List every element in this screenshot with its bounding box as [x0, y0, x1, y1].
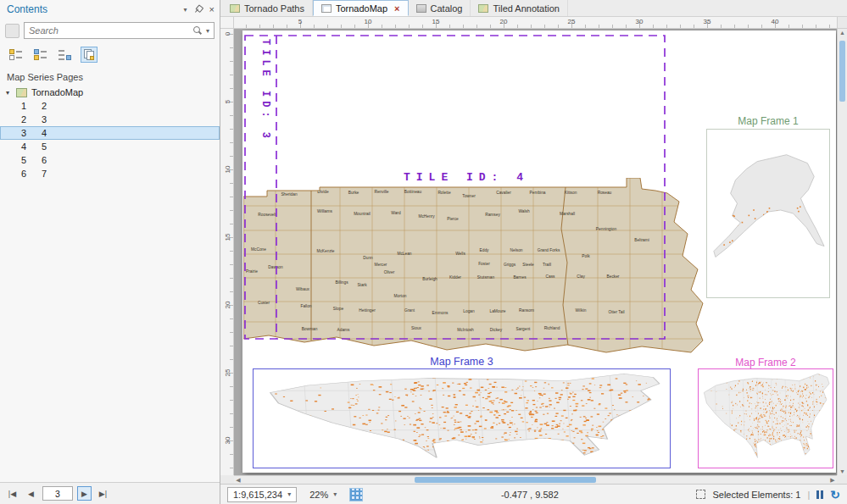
catalog-icon — [416, 4, 426, 13]
county-label: Wilkin — [576, 308, 587, 313]
map-frame-2-label[interactable]: Map Frame 2 — [698, 357, 833, 368]
county-label: Roseau — [598, 191, 612, 195]
map-series-page-row[interactable]: 34 — [0, 126, 220, 140]
county-label: Barnes — [513, 275, 527, 280]
scroll-left-icon[interactable]: ◀ — [234, 476, 242, 484]
panel-filter-icon[interactable] — [5, 24, 20, 38]
county-label: Bowman — [302, 327, 318, 331]
ruler-number: 10 — [365, 18, 372, 25]
county-label: Billings — [335, 280, 348, 285]
map-frame-3-label[interactable]: Map Frame 3 — [253, 356, 671, 368]
search-icon[interactable] — [193, 26, 203, 36]
search-input[interactable] — [29, 25, 190, 36]
county-label: Cavalier — [496, 191, 511, 195]
layout-page[interactable]: DanielsSheridanDivideBurkeRenvilleBottin… — [242, 30, 836, 473]
contents-panel-header: Contents ▾ × — [0, 0, 220, 19]
last-page-button[interactable]: ▶| — [96, 486, 110, 501]
list-by-selection-button[interactable] — [56, 47, 73, 63]
scale-combobox[interactable]: 1:9,615,234 ▾ — [227, 487, 297, 502]
map-series-page-row[interactable]: 45 — [0, 140, 220, 153]
ruler-number: 20 — [222, 298, 232, 312]
ruler-number: 25 — [222, 366, 232, 379]
arcgis-pro-window: Contents ▾ × ▾ — [0, 0, 847, 504]
map-series-page-row[interactable]: 12 — [0, 99, 220, 113]
page-number-input[interactable] — [42, 486, 73, 501]
county-label: Roosevelt — [258, 213, 276, 217]
list-by-source-button[interactable] — [31, 47, 48, 63]
map-series-tree: ▾ TornadoMap 122334455667 — [0, 86, 220, 180]
county-label: Marshall — [560, 212, 575, 216]
map-frame-2[interactable] — [698, 368, 833, 468]
county-label: Otter Tail — [608, 310, 624, 314]
panel-menu-icon[interactable]: ▾ — [184, 6, 187, 14]
row-index: 6 — [21, 169, 30, 179]
list-by-drawing-order-button[interactable] — [7, 47, 24, 63]
layout-canvas[interactable]: DanielsSheridanDivideBurkeRenvilleBottin… — [234, 29, 837, 475]
scroll-down-icon[interactable]: ▼ — [838, 468, 847, 474]
map-series-page-list: 122334455667 — [0, 99, 220, 180]
county-label: McLean — [397, 252, 411, 256]
ruler-number: 30 — [636, 18, 644, 25]
tab-tornado-paths[interactable]: Tornado Paths — [222, 0, 313, 16]
horizontal-scrollbar[interactable]: ◀ ▶ — [234, 475, 837, 484]
tab-tornadomap[interactable]: TornadoMap× — [313, 0, 409, 16]
snap-grid-icon[interactable] — [349, 488, 363, 501]
county-label: Beltrami — [634, 238, 649, 242]
close-panel-icon[interactable]: × — [209, 4, 215, 14]
zoom-combobox[interactable]: 22% ▾ — [304, 487, 343, 502]
horizontal-ruler[interactable]: 51015202530354045 — [234, 17, 837, 29]
county-label: Grand Forks — [538, 248, 560, 252]
map-frame-1-label[interactable]: Map Frame 1 — [706, 115, 830, 127]
map-series-page-row[interactable]: 67 — [0, 167, 220, 180]
first-page-button[interactable]: |◀ — [5, 486, 20, 501]
map-frame-3[interactable] — [253, 368, 671, 468]
county-label: Kittson — [565, 191, 577, 195]
county-label: Sioux — [411, 326, 422, 330]
layout-icon — [321, 4, 332, 13]
county-label: Dawson — [268, 265, 283, 269]
vertical-scrollbar-thumb[interactable] — [839, 41, 845, 102]
scale-chevron-icon[interactable]: ▾ — [287, 490, 291, 498]
county-label: Emmons — [432, 311, 449, 315]
us-polygon — [270, 374, 660, 457]
map-series-page-row[interactable]: 23 — [0, 113, 220, 126]
tile-3-label[interactable]: TILE ID: 3 — [259, 39, 271, 142]
auto-hide-pin-icon[interactable] — [192, 3, 204, 15]
ruler-number: 20 — [500, 18, 508, 25]
map-series-page-row[interactable]: 56 — [0, 153, 220, 167]
pause-drawing-icon[interactable] — [816, 490, 823, 499]
zoom-value: 22% — [309, 490, 328, 500]
tree-root-row[interactable]: ▾ TornadoMap — [0, 86, 220, 99]
county-label: Bottineau — [404, 190, 422, 194]
previous-page-button[interactable]: ◀ — [24, 486, 38, 501]
county-label: McHenry — [418, 214, 435, 219]
scroll-right-icon[interactable]: ▶ — [828, 476, 837, 484]
search-options-chevron-icon[interactable]: ▾ — [206, 27, 209, 35]
county-label: McIntosh — [457, 328, 474, 332]
zoom-chevron-icon[interactable]: ▾ — [333, 490, 337, 498]
selected-elements-count[interactable]: Selected Elements: 1 — [712, 490, 800, 500]
row-page-number: 2 — [42, 101, 47, 111]
county-label: Wibaux — [296, 287, 310, 291]
tile-4-label[interactable]: TILE ID: 4 — [404, 171, 529, 184]
tab-catalog[interactable]: Catalog — [409, 0, 471, 16]
county-label: Logan — [463, 309, 475, 313]
map-frame-1[interactable] — [706, 129, 830, 298]
vertical-ruler[interactable]: 051015202530 — [220, 29, 234, 475]
county-label: Renville — [374, 190, 388, 194]
expander-icon[interactable]: ▾ — [3, 89, 12, 97]
vertical-scrollbar[interactable]: ▲ ▼ — [837, 29, 847, 475]
county-label: Becker — [607, 274, 620, 279]
ruler-number: 0 — [222, 29, 232, 41]
tab-tiled-annotation[interactable]: Tiled Annotation — [471, 0, 567, 16]
horizontal-scrollbar-thumb[interactable] — [415, 477, 595, 483]
refresh-icon[interactable]: ↻ — [830, 488, 840, 501]
scroll-up-icon[interactable]: ▲ — [838, 30, 847, 36]
ruler-number: 25 — [568, 18, 576, 25]
close-tab-icon[interactable]: × — [394, 3, 399, 14]
county-label: Wells — [455, 252, 465, 256]
next-page-button[interactable]: ▶ — [77, 486, 92, 501]
county-label: Rolette — [437, 191, 451, 195]
county-label: Sargent — [516, 327, 531, 331]
list-map-series-pages-button[interactable] — [81, 47, 98, 63]
